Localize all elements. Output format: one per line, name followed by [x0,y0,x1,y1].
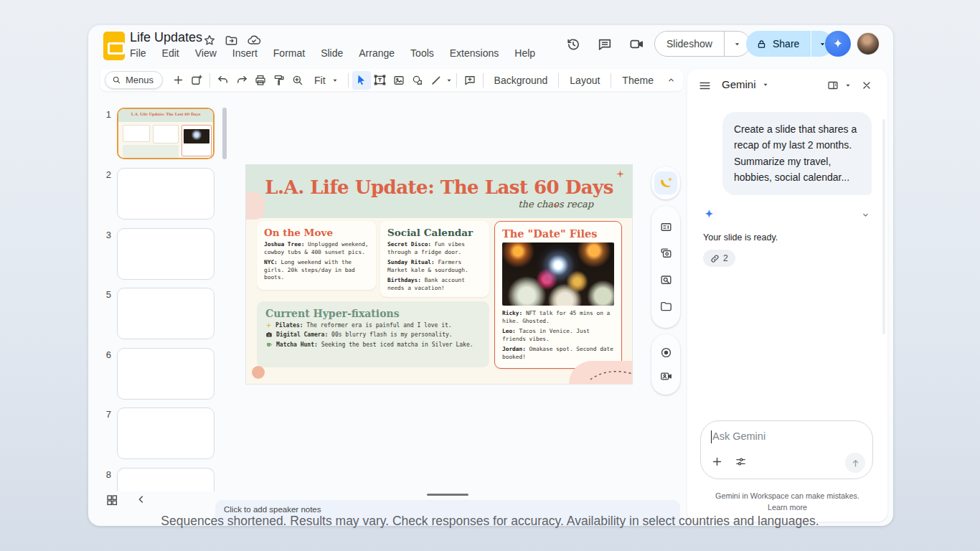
image-search-icon[interactable] [654,269,677,292]
zoom-icon[interactable] [288,71,307,90]
share-button-group: Share [746,31,833,57]
new-slide-layout-button[interactable] [187,71,206,90]
slide-title[interactable]: L.A. Life Update: The Last 60 Days [246,176,632,198]
card-date-files[interactable]: The "Date" Files Ricky: NFT talk for 45 … [494,221,622,369]
filmstrip-scrollbar[interactable] [222,108,227,159]
select-tool[interactable] [352,71,371,90]
lock-icon [756,39,767,50]
add-comment-button[interactable] [461,71,479,90]
slide-thumbnail-2[interactable] [117,168,215,220]
folder-icon[interactable] [654,296,677,319]
nano-banana-image-button[interactable] [654,171,677,194]
notes-drag-handle[interactable] [427,494,468,496]
slide-thumbnail-8[interactable] [117,468,215,491]
comments-icon[interactable] [597,37,613,52]
card-item: NYC: Long weekend with the girls. 20k st… [264,259,369,282]
rail-group-gemini [651,166,680,199]
side-tools-rail [651,166,680,395]
card-social-calendar[interactable]: Social Calendar Secret Disco: Fun vibes … [380,221,489,297]
insert-line-tool[interactable] [427,71,446,90]
user-avatar[interactable] [857,33,879,55]
collapse-response-chevron[interactable] [861,210,870,220]
move-folder-icon[interactable] [225,34,238,47]
card-item: Joshua Tree: Unplugged weekend, cowboy t… [264,241,369,256]
slide-thumbnail-6[interactable] [117,348,215,400]
card-hyper-fixations[interactable]: Current Hyper-fixations Pilates: The ref… [257,301,489,367]
document-title[interactable]: Life Updates [130,30,202,45]
gemini-status-text: Your slide is ready. [703,232,778,242]
card-item: Sunday Ritual: Farmers Market kale & sou… [387,259,482,274]
card-on-the-move[interactable]: On the Move Joshua Tree: Unplugged weeke… [257,221,376,290]
menu-extensions[interactable]: Extensions [450,47,499,59]
gemini-disclaimer: Gemini in Workspace can make mistakes. [687,491,887,502]
slide-number: 3 [97,230,111,240]
slide-thumbnail-1[interactable]: L.A. Life Update: The Last 60 Days [117,108,215,159]
line-tool-dropdown[interactable] [446,77,453,84]
send-button[interactable] [845,453,865,473]
paint-format-icon[interactable] [270,71,288,90]
slideshow-button-group: Slideshow [654,31,750,57]
share-button[interactable]: Share [746,31,811,57]
panel-view-controls [826,79,872,92]
insert-image-tool[interactable] [390,71,408,90]
slide-thumbnail-3[interactable] [117,228,215,280]
menu-edit[interactable]: Edit [162,47,179,59]
meet-camera-icon[interactable] [628,36,645,52]
panel-title: Gemini [722,78,756,90]
menu-arrange[interactable]: Arrange [359,47,395,59]
card-item: Digital Camera: 00s blurry flash is my p… [265,331,481,339]
close-panel-icon[interactable] [861,80,872,91]
camera-capture-icon[interactable] [654,365,677,388]
slide-canvas[interactable]: L.A. Life Update: The Last 60 Days the c… [246,165,632,384]
cloud-status-icon[interactable] [247,33,261,47]
attach-plus-icon[interactable] [711,456,723,468]
user-message-bubble: Create a slide that shares a recap of my… [722,112,872,195]
menu-insert[interactable]: Insert [232,47,258,59]
theme-button[interactable]: Theme [615,75,661,86]
new-slide-plus-button[interactable] [169,71,187,90]
gemini-spark-button[interactable] [825,31,851,57]
menu-format[interactable]: Format [273,47,305,59]
card-item: Secret Disco: Fun vibes through a fridge… [387,241,482,256]
star-icon[interactable] [203,34,216,47]
undo-button[interactable] [214,71,232,90]
collapse-toolbar-chevron[interactable] [662,71,681,90]
card-item: Matcha Hunt: Seeking the best iced match… [265,342,481,349]
card-item: Jordan: Omakase spot. Second date booked… [502,346,614,361]
slide-thumbnail-5[interactable] [117,288,215,339]
grid-view-icon[interactable] [105,494,118,507]
zoom-fit-dropdown[interactable]: Fit [307,75,344,86]
linked-slides-chip[interactable]: 2 [703,250,735,267]
tune-settings-icon[interactable] [735,456,747,468]
learn-more-link[interactable]: Learn more [687,502,887,514]
menu-tools[interactable]: Tools [410,47,434,59]
panel-layout-icon[interactable] [826,79,839,92]
redo-button[interactable] [232,71,251,90]
collapse-filmstrip-chevron[interactable] [136,494,147,505]
record-icon[interactable] [654,341,677,364]
slideshow-button[interactable]: Slideshow [655,32,725,56]
decorative-dot [252,366,265,379]
slide-thumbnail-7[interactable] [117,408,215,459]
insert-shape-tool[interactable] [408,71,427,90]
panel-layout-dropdown[interactable] [844,82,852,89]
background-button[interactable]: Background [487,75,555,86]
print-icon[interactable] [251,71,270,90]
version-history-icon[interactable] [565,37,581,52]
menu-file[interactable]: File [130,47,146,59]
panel-title-dropdown[interactable] [762,81,769,88]
menu-view[interactable]: View [195,47,217,59]
menus-search-button[interactable]: Menus [105,71,163,89]
panel-scrollbar[interactable] [882,119,885,334]
photo-stack-icon[interactable] [654,242,677,265]
slides-logo[interactable] [103,32,125,60]
menu-slide[interactable]: Slide [321,47,343,59]
hamburger-menu-icon[interactable] [698,79,712,93]
ask-gemini-input[interactable] [712,430,856,442]
text-caret [711,430,712,443]
slide-number: 5 [97,289,111,300]
layout-button[interactable]: Layout [562,75,607,86]
text-box-tool[interactable] [371,71,390,90]
menu-help[interactable]: Help [514,47,535,59]
text-layout-icon[interactable] [654,215,677,238]
